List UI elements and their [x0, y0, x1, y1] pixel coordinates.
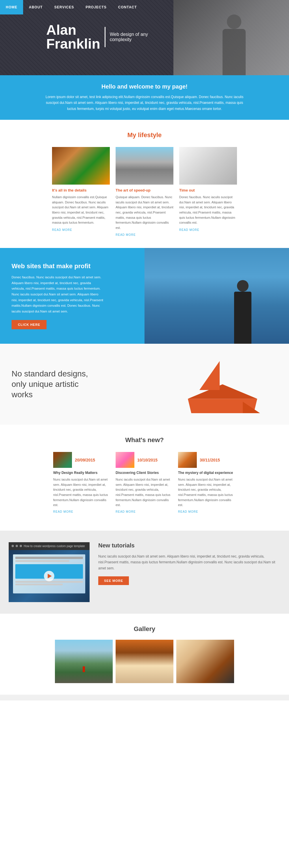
play-button[interactable] [44, 571, 54, 581]
video-dot-3 [20, 545, 22, 547]
news-thumb-0 [53, 452, 72, 468]
news-thumb-2 [178, 452, 197, 468]
hero-tagline: Web design of any complexity [110, 32, 156, 42]
lifestyle-heading: My lifestyle [9, 131, 280, 139]
hero-name: Alan Franklin [46, 23, 100, 51]
profit-heading: Web sites that make profit [11, 262, 104, 270]
news-header-1: 10/10/2015 [116, 452, 173, 468]
hero-divider [105, 27, 106, 47]
lifestyle-readmore-2[interactable]: READ MORE [179, 228, 237, 231]
hero-name-line1: Alan [46, 22, 76, 38]
hero-name-line2: Franklin [46, 36, 100, 52]
news-date-1: 10/10/2015 [137, 458, 157, 462]
lifestyle-item-0: It's all in the details Nullam dignissim… [52, 147, 110, 237]
news-item-0: 20/09/2015 Why Design Really Matters Nun… [53, 452, 111, 513]
nav-item-projects[interactable]: PROJECTS [80, 0, 112, 14]
gallery-section: Gallery [0, 614, 289, 695]
lifestyle-title-1: The art of speed-up [116, 188, 173, 192]
boat-sail [200, 361, 220, 390]
gallery-img-mountain [55, 640, 113, 683]
news-readmore-1[interactable]: READ MORE [116, 510, 173, 513]
news-readmore-2[interactable]: READ MORE [178, 510, 236, 513]
lifestyle-section: My lifestyle It's all in the details Nul… [0, 120, 289, 248]
news-header-0: 20/09/2015 [53, 452, 111, 468]
tutorials-heading: New tutorials [98, 542, 280, 549]
profit-bg-image [145, 248, 289, 344]
profit-content: Web sites that make profit Donec faucibu… [11, 262, 104, 329]
lifestyle-grid: It's all in the details Nullam dignissim… [9, 147, 280, 237]
nav-item-contact[interactable]: CONTACT [112, 0, 143, 14]
video-dot-1 [11, 545, 14, 547]
profit-section: Web sites that make profit Donec faucibu… [0, 248, 289, 344]
nav-item-home[interactable]: HOME [0, 0, 23, 14]
welcome-body: Lorem ipsum dolor sit amet, test link ad… [43, 94, 246, 112]
video-dot-2 [15, 545, 18, 547]
see-more-button[interactable]: SEE MORE [98, 576, 129, 585]
gallery-item-1 [116, 640, 173, 683]
design-text: No standard designs, only unique artisti… [11, 369, 93, 400]
video-title-bar: How to create wordpress custom page temp… [9, 542, 89, 550]
person-silhouette [225, 274, 260, 344]
news-title-1: Discovering Client Stories [116, 471, 173, 475]
lifestyle-body-1: Quisque aliquam. Donec faucibus. Nunc ia… [116, 195, 173, 230]
news-item-2: 30/11/2015 The mystery of digital experi… [178, 452, 236, 513]
nav-item-services[interactable]: SERVICES [48, 0, 80, 14]
lifestyle-img-phone [179, 147, 237, 185]
lifestyle-readmore-0[interactable]: READ MORE [52, 228, 110, 231]
hero-text: Alan Franklin Web design of any complexi… [46, 23, 156, 51]
news-readmore-0[interactable]: READ MORE [53, 510, 111, 513]
boat-top [188, 384, 257, 399]
nav-item-about[interactable]: ABOUT [23, 0, 48, 14]
news-date-2: 30/11/2015 [200, 458, 220, 462]
click-here-button[interactable]: CLICK HERE [11, 320, 46, 329]
news-date-0: 20/09/2015 [75, 458, 95, 462]
news-body-1: Nunc iaculis suscipot dui.Nam sit amet s… [116, 477, 173, 508]
video-body [9, 550, 89, 602]
lifestyle-title-2: Time out [179, 188, 237, 192]
news-grid: 20/09/2015 Why Design Really Matters Nun… [9, 452, 280, 513]
tutorial-video: How to create wordpress custom page temp… [9, 542, 89, 602]
gallery-heading: Gallery [9, 625, 280, 633]
profit-body: Donec faucibus. Nunc iaculis suscipot du… [11, 275, 104, 314]
tutorial-content: New tutorials Nunc iaculis suscipot dui.… [98, 542, 280, 585]
lifestyle-item-2: Time out Donec faucibus. Nunc iaculis su… [179, 147, 237, 237]
news-header-2: 30/11/2015 [178, 452, 236, 468]
news-title-0: Why Design Really Matters [53, 471, 111, 475]
gallery-grid [9, 640, 280, 683]
lifestyle-img-forest [52, 147, 110, 185]
footer-spacer [0, 695, 289, 701]
lifestyle-item-1: The art of speed-up Quisque aliquam. Don… [116, 147, 173, 237]
whats-new-section: What's new? 20/09/2015 Why Design Really… [0, 425, 289, 531]
lifestyle-readmore-1[interactable]: READ MORE [116, 233, 173, 237]
news-body-2: Nunc iaculis suscipot dui.Nam sit amet s… [178, 477, 236, 508]
welcome-heading: Hello and welcome to my page! [17, 83, 272, 90]
lifestyle-img-rails [116, 147, 173, 185]
whats-new-heading: What's new? [9, 436, 280, 444]
design-section: No standard designs, only unique artisti… [0, 344, 289, 425]
welcome-section: Hello and welcome to my page! Lorem ipsu… [0, 75, 289, 120]
lifestyle-title-0: It's all in the details [52, 188, 110, 192]
news-body-0: Nunc iaculis suscipot dui.Nam sit amet s… [53, 477, 111, 508]
news-thumb-1 [116, 452, 134, 468]
hero-person-image [208, 6, 272, 75]
gallery-item-0 [55, 640, 113, 683]
tutorials-body: Nunc iaculis suscipot dui.Nam sit amet s… [98, 554, 280, 571]
lifestyle-body-2: Donec faucibus. Nunc iaculis suscipot du… [179, 195, 237, 225]
main-nav: HOME ABOUT SERVICES PROJECTS CONTACT [0, 0, 289, 14]
tutorials-section: How to create wordpress custom page temp… [0, 531, 289, 614]
design-heading: No standard designs, only unique artisti… [11, 369, 93, 400]
lifestyle-body-0: Nullam dignissim convallis est.Quisque a… [52, 195, 110, 225]
video-title-text: How to create wordpress custom page temp… [24, 545, 87, 548]
paper-boat [185, 361, 266, 419]
play-triangle-icon [48, 574, 52, 578]
news-item-1: 10/10/2015 Discovering Client Stories Nu… [116, 452, 173, 513]
mountain-person [83, 666, 85, 672]
news-title-2: The mystery of digital experience [178, 471, 236, 475]
gallery-item-2 [176, 640, 234, 683]
